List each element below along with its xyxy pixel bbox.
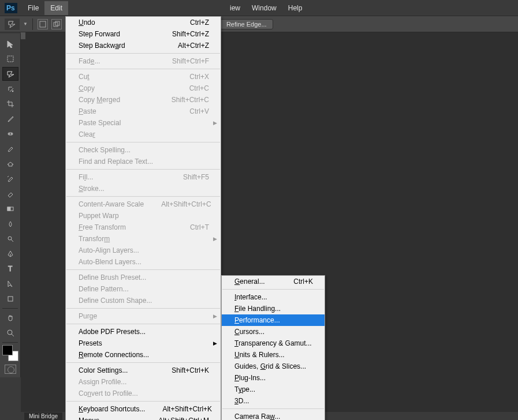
edit-menu-item-step-forward[interactable]: Step ForwardShift+Ctrl+Z: [66, 28, 221, 40]
tool-gradient[interactable]: [2, 202, 18, 216]
menu-file[interactable]: File: [22, 1, 44, 15]
menu-item-label: Define Pattern...: [79, 285, 129, 293]
edit-menu-item-separator: [66, 324, 220, 324]
edit-menu-item-presets[interactable]: Presets▶: [66, 337, 221, 349]
edit-menu-item-keyboard-shortcuts[interactable]: Keyboard Shortcuts...Alt+Shift+Ctrl+K: [66, 403, 221, 415]
quick-mask-toggle[interactable]: [5, 365, 16, 374]
mini-bridge-tab[interactable]: Mini Bridge: [24, 412, 62, 420]
tool-blur[interactable]: [2, 217, 18, 231]
edit-menu-item-find-and-replace-text: Find and Replace Text...: [66, 156, 221, 167]
menu-item-label: Keyboard Shortcuts...: [79, 405, 145, 413]
edit-menu-item-color-settings[interactable]: Color Settings...Shift+Ctrl+K: [66, 365, 221, 376]
pref-menu-item-guides-grid-slices[interactable]: Guides, Grid & Slices...: [222, 361, 325, 372]
svg-rect-11: [8, 207, 10, 211]
tool-clone-stamp[interactable]: [2, 157, 18, 171]
menu-item-label: Assign Profile...: [79, 378, 126, 386]
add-selection-icon[interactable]: [51, 19, 62, 29]
preferences-submenu: General...Ctrl+KInterface...File Handlin…: [221, 275, 325, 420]
pref-menu-item-units-rulers[interactable]: Units & Rulers...: [222, 349, 325, 361]
menu-item-label: Step Forward: [79, 30, 120, 38]
menu-item-shortcut: Shift+Ctrl+Z: [172, 30, 209, 38]
menu-item-label: Auto-Align Layers...: [79, 246, 139, 254]
pref-menu-item-performance[interactable]: Performance...: [222, 314, 325, 326]
pref-menu-item-separator: [222, 408, 324, 409]
tool-marquee[interactable]: [2, 52, 18, 66]
svg-text:Ps: Ps: [6, 4, 15, 12]
tool-crop[interactable]: [2, 97, 18, 111]
svg-point-8: [9, 133, 10, 134]
edit-menu-item-undo[interactable]: UndoCtrl+Z: [66, 17, 221, 28]
edit-menu-item-adobe-pdf-presets[interactable]: Adobe PDF Presets...: [66, 326, 221, 337]
menu-item-label: Undo: [79, 18, 95, 27]
edit-menu-item-cut: CutCtrl+X: [66, 71, 221, 82]
edit-menu-item-puppet-warp: Puppet Warp: [66, 210, 221, 222]
tool-lasso[interactable]: [2, 67, 18, 81]
tool-type[interactable]: T: [2, 262, 18, 276]
tool-eraser[interactable]: [2, 187, 18, 201]
menu-item-label: Cursors...: [234, 328, 264, 336]
pref-menu-item-interface[interactable]: Interface...: [222, 291, 325, 303]
menu-item-label: Fill...: [79, 173, 93, 181]
tool-shape[interactable]: [2, 292, 18, 306]
edit-menu-item-assign-profile: Assign Profile...: [66, 376, 221, 388]
pref-menu-item-camera-raw[interactable]: Camera Raw...: [222, 411, 325, 420]
menu-item-label: Free Transform: [79, 223, 126, 231]
menu-item-label: File Handling...: [234, 305, 281, 313]
tool-preset-picker[interactable]: [5, 18, 20, 30]
pref-menu-item-cursors[interactable]: Cursors...: [222, 326, 325, 337]
edit-menu-item-menus[interactable]: Menus...Alt+Shift+Ctrl+M: [66, 415, 221, 420]
submenu-arrow-icon: ▶: [213, 313, 217, 319]
tool-pen[interactable]: [2, 247, 18, 261]
tool-eyedropper[interactable]: [2, 112, 18, 126]
menu-item-shortcut: Ctrl+X: [189, 73, 209, 81]
menu-item-shortcut: Alt+Shift+Ctrl+C: [161, 200, 211, 208]
new-selection-icon[interactable]: [38, 19, 48, 29]
tool-brush[interactable]: [2, 142, 18, 156]
menu-item-shortcut: Shift+F5: [183, 173, 209, 181]
tool-history-brush[interactable]: [2, 172, 18, 186]
edit-menu-item-purge: Purge▶: [66, 310, 221, 322]
pref-menu-item-transparency-gamut[interactable]: Transparency & Gamut...: [222, 337, 325, 349]
tool-path-select[interactable]: [2, 277, 18, 291]
menu-window[interactable]: Window: [246, 1, 282, 15]
edit-menu: UndoCtrl+ZStep ForwardShift+Ctrl+ZStep B…: [65, 16, 221, 420]
edit-menu-item-define-custom-shape: Define Custom Shape...: [66, 295, 221, 306]
menu-item-label: Define Custom Shape...: [79, 297, 152, 305]
panel-tab-hint[interactable]: [21, 32, 25, 39]
menu-item-label: Find and Replace Text...: [79, 158, 153, 166]
pref-menu-item-type[interactable]: Type...: [222, 384, 325, 395]
edit-menu-item-fade: Fade...Shift+Ctrl+F: [66, 55, 221, 67]
pref-menu-item-plug-ins[interactable]: Plug-Ins...: [222, 372, 325, 384]
edit-menu-item-remote-connections[interactable]: Remote Connections...: [66, 349, 221, 361]
edit-menu-item-separator: [66, 308, 220, 309]
app-logo: Ps: [3, 2, 18, 14]
menu-item-label: Copy Merged: [79, 96, 120, 104]
menu-item-label: Convert to Profile...: [79, 389, 138, 397]
menubar: Ps File Edit iew Window Help: [0, 0, 518, 16]
tool-quick-select[interactable]: [2, 82, 18, 96]
tool-zoom[interactable]: [2, 326, 18, 340]
svg-point-6: [12, 91, 13, 92]
foreground-color-swatch[interactable]: [2, 345, 13, 355]
menu-item-shortcut: Ctrl+K: [293, 278, 313, 286]
toolbox: T: [0, 33, 21, 377]
menu-item-label: Paste Special: [79, 119, 121, 127]
menu-item-label: Stroke...: [79, 185, 105, 193]
pref-menu-item-file-handling[interactable]: File Handling...: [222, 303, 325, 314]
edit-menu-item-step-backward[interactable]: Step BackwardAlt+Ctrl+Z: [66, 40, 221, 51]
edit-menu-item-content-aware-scale: Content-Aware ScaleAlt+Shift+Ctrl+C: [66, 198, 221, 210]
menu-view[interactable]: iew: [224, 1, 246, 15]
menu-item-label: Clear: [79, 130, 95, 138]
tool-dodge[interactable]: [2, 232, 18, 246]
menu-help[interactable]: Help: [282, 1, 308, 15]
tool-move[interactable]: [2, 37, 18, 51]
pref-menu-item-3d[interactable]: 3D...: [222, 395, 325, 407]
refine-edge-button[interactable]: Refine Edge...: [220, 19, 273, 29]
tool-spot-heal[interactable]: [2, 127, 18, 141]
svg-point-9: [11, 133, 12, 134]
menu-edit[interactable]: Edit: [44, 1, 68, 15]
color-swatches[interactable]: [2, 345, 18, 361]
pref-menu-item-general[interactable]: General...Ctrl+K: [222, 276, 325, 287]
tool-hand[interactable]: [2, 311, 18, 325]
menu-item-shortcut: Shift+Ctrl+F: [172, 57, 209, 65]
